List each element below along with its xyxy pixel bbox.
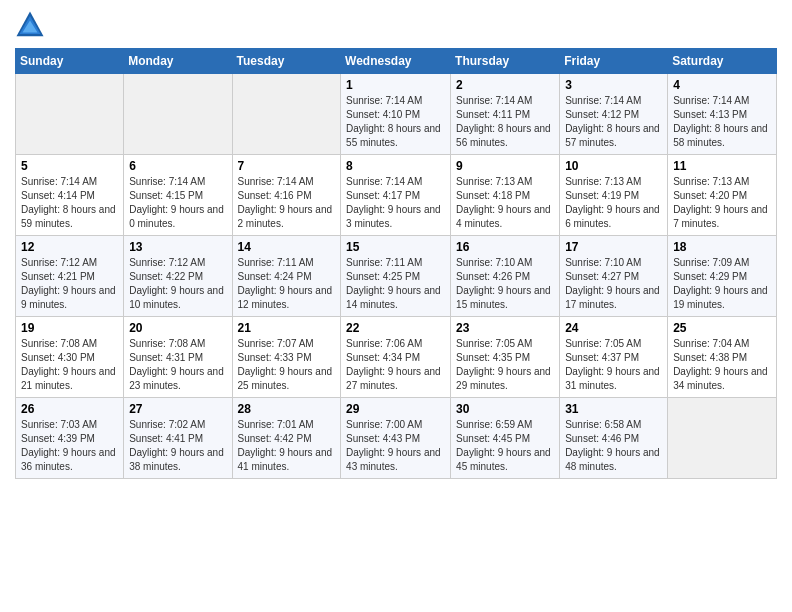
day-info: Sunrise: 7:09 AMSunset: 4:29 PMDaylight:…: [673, 256, 771, 312]
day-number: 1: [346, 78, 445, 92]
day-info: Sunrise: 7:06 AMSunset: 4:34 PMDaylight:…: [346, 337, 445, 393]
day-info: Sunrise: 7:00 AMSunset: 4:43 PMDaylight:…: [346, 418, 445, 474]
day-info: Sunrise: 7:14 AMSunset: 4:13 PMDaylight:…: [673, 94, 771, 150]
day-header-tuesday: Tuesday: [232, 49, 341, 74]
day-number: 22: [346, 321, 445, 335]
page-container: SundayMondayTuesdayWednesdayThursdayFrid…: [0, 0, 792, 484]
day-number: 14: [238, 240, 336, 254]
calendar-week-row: 19Sunrise: 7:08 AMSunset: 4:30 PMDayligh…: [16, 317, 777, 398]
calendar-week-row: 5Sunrise: 7:14 AMSunset: 4:14 PMDaylight…: [16, 155, 777, 236]
calendar-cell: 1Sunrise: 7:14 AMSunset: 4:10 PMDaylight…: [341, 74, 451, 155]
day-number: 28: [238, 402, 336, 416]
day-number: 3: [565, 78, 662, 92]
calendar-cell: 17Sunrise: 7:10 AMSunset: 4:27 PMDayligh…: [560, 236, 668, 317]
calendar-cell: 24Sunrise: 7:05 AMSunset: 4:37 PMDayligh…: [560, 317, 668, 398]
calendar-cell: 4Sunrise: 7:14 AMSunset: 4:13 PMDaylight…: [668, 74, 777, 155]
day-header-saturday: Saturday: [668, 49, 777, 74]
day-info: Sunrise: 7:03 AMSunset: 4:39 PMDaylight:…: [21, 418, 118, 474]
calendar-cell: 26Sunrise: 7:03 AMSunset: 4:39 PMDayligh…: [16, 398, 124, 479]
day-info: Sunrise: 7:01 AMSunset: 4:42 PMDaylight:…: [238, 418, 336, 474]
calendar-cell: 29Sunrise: 7:00 AMSunset: 4:43 PMDayligh…: [341, 398, 451, 479]
calendar-table: SundayMondayTuesdayWednesdayThursdayFrid…: [15, 48, 777, 479]
calendar-cell: 3Sunrise: 7:14 AMSunset: 4:12 PMDaylight…: [560, 74, 668, 155]
day-number: 19: [21, 321, 118, 335]
day-number: 8: [346, 159, 445, 173]
calendar-cell: 31Sunrise: 6:58 AMSunset: 4:46 PMDayligh…: [560, 398, 668, 479]
day-number: 23: [456, 321, 554, 335]
day-info: Sunrise: 6:59 AMSunset: 4:45 PMDaylight:…: [456, 418, 554, 474]
calendar-cell: 25Sunrise: 7:04 AMSunset: 4:38 PMDayligh…: [668, 317, 777, 398]
calendar-cell: 28Sunrise: 7:01 AMSunset: 4:42 PMDayligh…: [232, 398, 341, 479]
logo: [15, 10, 47, 40]
day-info: Sunrise: 7:13 AMSunset: 4:18 PMDaylight:…: [456, 175, 554, 231]
day-info: Sunrise: 7:05 AMSunset: 4:35 PMDaylight:…: [456, 337, 554, 393]
day-number: 30: [456, 402, 554, 416]
day-info: Sunrise: 7:14 AMSunset: 4:12 PMDaylight:…: [565, 94, 662, 150]
day-header-sunday: Sunday: [16, 49, 124, 74]
day-info: Sunrise: 7:07 AMSunset: 4:33 PMDaylight:…: [238, 337, 336, 393]
calendar-week-row: 1Sunrise: 7:14 AMSunset: 4:10 PMDaylight…: [16, 74, 777, 155]
day-info: Sunrise: 7:14 AMSunset: 4:11 PMDaylight:…: [456, 94, 554, 150]
day-number: 17: [565, 240, 662, 254]
day-header-friday: Friday: [560, 49, 668, 74]
calendar-cell: 12Sunrise: 7:12 AMSunset: 4:21 PMDayligh…: [16, 236, 124, 317]
day-info: Sunrise: 7:14 AMSunset: 4:10 PMDaylight:…: [346, 94, 445, 150]
day-number: 18: [673, 240, 771, 254]
day-info: Sunrise: 7:14 AMSunset: 4:17 PMDaylight:…: [346, 175, 445, 231]
calendar-cell: 16Sunrise: 7:10 AMSunset: 4:26 PMDayligh…: [451, 236, 560, 317]
day-number: 24: [565, 321, 662, 335]
day-number: 27: [129, 402, 226, 416]
day-info: Sunrise: 7:02 AMSunset: 4:41 PMDaylight:…: [129, 418, 226, 474]
day-number: 26: [21, 402, 118, 416]
day-number: 4: [673, 78, 771, 92]
calendar-cell: [668, 398, 777, 479]
day-number: 6: [129, 159, 226, 173]
calendar-cell: 30Sunrise: 6:59 AMSunset: 4:45 PMDayligh…: [451, 398, 560, 479]
calendar-week-row: 26Sunrise: 7:03 AMSunset: 4:39 PMDayligh…: [16, 398, 777, 479]
day-number: 9: [456, 159, 554, 173]
calendar-cell: [232, 74, 341, 155]
day-info: Sunrise: 7:08 AMSunset: 4:30 PMDaylight:…: [21, 337, 118, 393]
day-info: Sunrise: 7:12 AMSunset: 4:21 PMDaylight:…: [21, 256, 118, 312]
calendar-cell: 27Sunrise: 7:02 AMSunset: 4:41 PMDayligh…: [124, 398, 232, 479]
calendar-cell: 20Sunrise: 7:08 AMSunset: 4:31 PMDayligh…: [124, 317, 232, 398]
calendar-cell: 19Sunrise: 7:08 AMSunset: 4:30 PMDayligh…: [16, 317, 124, 398]
day-number: 10: [565, 159, 662, 173]
day-info: Sunrise: 7:11 AMSunset: 4:24 PMDaylight:…: [238, 256, 336, 312]
day-info: Sunrise: 7:11 AMSunset: 4:25 PMDaylight:…: [346, 256, 445, 312]
day-number: 21: [238, 321, 336, 335]
calendar-cell: 13Sunrise: 7:12 AMSunset: 4:22 PMDayligh…: [124, 236, 232, 317]
day-info: Sunrise: 7:04 AMSunset: 4:38 PMDaylight:…: [673, 337, 771, 393]
day-header-monday: Monday: [124, 49, 232, 74]
day-info: Sunrise: 7:13 AMSunset: 4:20 PMDaylight:…: [673, 175, 771, 231]
calendar-cell: 10Sunrise: 7:13 AMSunset: 4:19 PMDayligh…: [560, 155, 668, 236]
calendar-cell: 5Sunrise: 7:14 AMSunset: 4:14 PMDaylight…: [16, 155, 124, 236]
day-number: 13: [129, 240, 226, 254]
day-number: 25: [673, 321, 771, 335]
calendar-cell: 15Sunrise: 7:11 AMSunset: 4:25 PMDayligh…: [341, 236, 451, 317]
day-number: 2: [456, 78, 554, 92]
calendar-cell: 7Sunrise: 7:14 AMSunset: 4:16 PMDaylight…: [232, 155, 341, 236]
calendar-cell: 6Sunrise: 7:14 AMSunset: 4:15 PMDaylight…: [124, 155, 232, 236]
calendar-cell: 11Sunrise: 7:13 AMSunset: 4:20 PMDayligh…: [668, 155, 777, 236]
day-number: 29: [346, 402, 445, 416]
calendar-cell: 9Sunrise: 7:13 AMSunset: 4:18 PMDaylight…: [451, 155, 560, 236]
day-header-thursday: Thursday: [451, 49, 560, 74]
calendar-cell: 14Sunrise: 7:11 AMSunset: 4:24 PMDayligh…: [232, 236, 341, 317]
calendar-cell: 23Sunrise: 7:05 AMSunset: 4:35 PMDayligh…: [451, 317, 560, 398]
calendar-cell: [16, 74, 124, 155]
calendar-cell: [124, 74, 232, 155]
day-number: 15: [346, 240, 445, 254]
logo-icon: [15, 10, 45, 40]
day-header-wednesday: Wednesday: [341, 49, 451, 74]
day-number: 11: [673, 159, 771, 173]
day-info: Sunrise: 7:12 AMSunset: 4:22 PMDaylight:…: [129, 256, 226, 312]
day-info: Sunrise: 7:14 AMSunset: 4:14 PMDaylight:…: [21, 175, 118, 231]
day-info: Sunrise: 7:14 AMSunset: 4:15 PMDaylight:…: [129, 175, 226, 231]
day-number: 16: [456, 240, 554, 254]
day-info: Sunrise: 7:08 AMSunset: 4:31 PMDaylight:…: [129, 337, 226, 393]
header: [15, 10, 777, 40]
day-number: 12: [21, 240, 118, 254]
day-info: Sunrise: 7:14 AMSunset: 4:16 PMDaylight:…: [238, 175, 336, 231]
day-info: Sunrise: 7:13 AMSunset: 4:19 PMDaylight:…: [565, 175, 662, 231]
